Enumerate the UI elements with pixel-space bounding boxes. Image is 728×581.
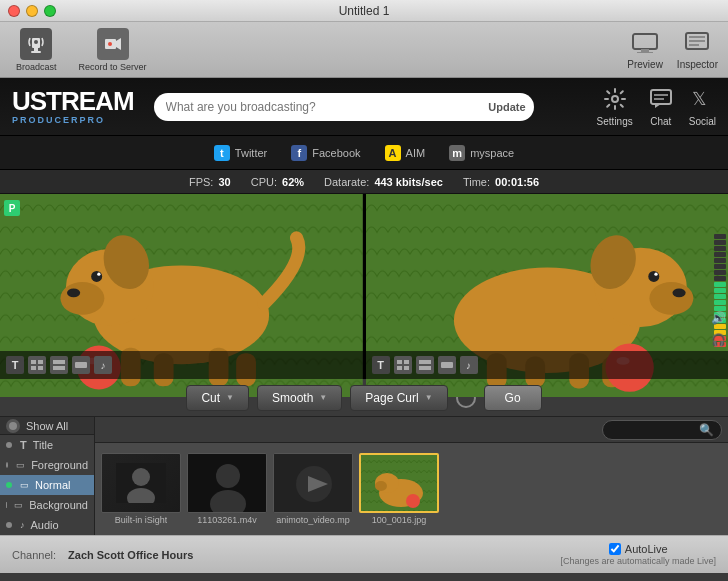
- record-button[interactable]: Record to Server: [73, 24, 153, 76]
- thumb-label-builtin: Built-in iSight: [115, 515, 168, 525]
- broadcast-input[interactable]: [154, 93, 534, 121]
- controls-strip-right: T ♪: [366, 351, 729, 379]
- svg-rect-39: [38, 366, 43, 370]
- thumb-img-animoto: [273, 453, 353, 513]
- svg-rect-37: [38, 360, 43, 364]
- show-all-icon: [6, 419, 20, 433]
- minimize-button[interactable]: [26, 5, 38, 17]
- layer-foreground-label: Foreground: [31, 459, 88, 471]
- view-btn-2-right[interactable]: [416, 356, 434, 374]
- autolive-checkbox[interactable]: AutoLive: [609, 543, 668, 555]
- cut-button[interactable]: Cut ▼: [186, 385, 249, 411]
- layer-panel: Show All T Title ▭ Foreground ▭ Normal ▭…: [0, 417, 95, 535]
- view-btn-3-left[interactable]: [72, 356, 90, 374]
- svg-point-66: [132, 468, 150, 486]
- svg-marker-5: [116, 38, 121, 50]
- search-icon: 🔍: [699, 423, 714, 437]
- aim-link[interactable]: A AIM: [385, 145, 426, 161]
- twitter-link[interactable]: t Twitter: [214, 145, 267, 161]
- layer-background-label: Background: [29, 499, 88, 511]
- speaker-icon[interactable]: 🔊: [711, 311, 726, 325]
- close-button[interactable]: [8, 5, 20, 17]
- record-icon: [97, 28, 129, 60]
- layer-title[interactable]: T Title: [0, 435, 94, 455]
- thumb-100-0016[interactable]: 100_0016.jpg: [359, 453, 439, 525]
- maximize-button[interactable]: [44, 5, 56, 17]
- thumb-label-100-0016: 100_0016.jpg: [372, 515, 427, 525]
- svg-point-14: [612, 96, 618, 102]
- content-area: 🔍 Built-in iSight: [95, 417, 728, 535]
- logo-text: USTREAM: [12, 88, 134, 114]
- thumb-builtin-isight[interactable]: Built-in iSight: [101, 453, 181, 525]
- preview-label: Preview: [627, 59, 663, 70]
- svg-rect-38: [31, 366, 36, 370]
- music-btn-left[interactable]: ♪: [94, 356, 112, 374]
- social-icon: 𝕏: [690, 87, 714, 114]
- text-tool-right[interactable]: T: [372, 356, 390, 374]
- bottom-panel: Show All T Title ▭ Foreground ▭ Normal ▭…: [0, 417, 728, 535]
- settings-button[interactable]: Settings: [597, 87, 633, 127]
- toolbar-right: Preview Inspector: [627, 29, 718, 70]
- social-button[interactable]: 𝕏 Social: [689, 87, 716, 127]
- view-btn-1-left[interactable]: [28, 356, 46, 374]
- page-curl-button[interactable]: Page Curl ▼: [350, 385, 447, 411]
- svg-point-69: [216, 464, 240, 488]
- thumb-img-builtin: [101, 453, 181, 513]
- music-btn-right[interactable]: ♪: [460, 356, 478, 374]
- view-btn-1-right[interactable]: [394, 356, 412, 374]
- layer-foreground[interactable]: ▭ Foreground: [0, 455, 94, 475]
- preview-button[interactable]: Preview: [627, 29, 663, 70]
- svg-point-79: [375, 481, 387, 491]
- header-right-buttons: Settings Chat 𝕏 Social: [597, 87, 716, 127]
- record-label: Record to Server: [79, 62, 147, 72]
- update-button[interactable]: Update: [488, 101, 525, 113]
- svg-point-48: [672, 288, 685, 297]
- layer-audio[interactable]: ♪ Audio: [0, 515, 94, 535]
- headphone-icon[interactable]: 🎧: [711, 333, 726, 347]
- thumb-label-animoto: animoto_video.mp: [276, 515, 350, 525]
- eye-normal: [6, 482, 12, 488]
- inspector-button[interactable]: Inspector: [677, 29, 718, 70]
- myspace-link[interactable]: m myspace: [449, 145, 514, 161]
- twitter-icon: t: [214, 145, 230, 161]
- broadcast-button[interactable]: Broadcast: [10, 24, 63, 76]
- chat-button[interactable]: Chat: [649, 87, 673, 127]
- video-left: P: [0, 194, 366, 379]
- chat-icon: [649, 87, 673, 114]
- svg-rect-9: [637, 52, 653, 53]
- svg-rect-8: [641, 49, 649, 52]
- autolive-label: AutoLive: [625, 543, 668, 555]
- svg-rect-60: [397, 366, 402, 370]
- svg-point-26: [67, 288, 80, 297]
- volume-meter: [714, 202, 726, 347]
- twitter-label: Twitter: [235, 147, 267, 159]
- content-search-bar: 🔍: [95, 417, 728, 443]
- svg-rect-15: [651, 90, 671, 104]
- svg-rect-59: [404, 360, 409, 364]
- thumb-label-11103261: 11103261.m4v: [197, 515, 257, 525]
- show-all-row: Show All: [0, 417, 94, 435]
- text-tool-left[interactable]: T: [6, 356, 24, 374]
- thumb-11103261[interactable]: 11103261.m4v: [187, 453, 267, 525]
- status-bar: Channel: Zach Scott Office Hours AutoLiv…: [0, 535, 728, 573]
- layer-normal[interactable]: ▭ Normal: [0, 475, 94, 495]
- layer-background[interactable]: ▭ Background: [0, 495, 94, 515]
- go-button[interactable]: Go: [484, 385, 542, 411]
- svg-rect-7: [633, 34, 657, 49]
- myspace-icon: m: [449, 145, 465, 161]
- autolive-check[interactable]: [609, 543, 621, 555]
- settings-icon: [603, 87, 627, 114]
- autolive-note: [Changes are automatically made Live]: [560, 556, 716, 566]
- facebook-link[interactable]: f Facebook: [291, 145, 360, 161]
- stats-bar: FPS: 30 CPU: 62% Datarate: 443 kbits/sec…: [0, 170, 728, 194]
- svg-rect-62: [419, 360, 431, 364]
- thumb-animoto[interactable]: animoto_video.mp: [273, 453, 353, 525]
- view-btn-3-right[interactable]: [438, 356, 456, 374]
- svg-point-50: [654, 273, 657, 276]
- show-all-label[interactable]: Show All: [26, 420, 68, 432]
- smooth-button[interactable]: Smooth ▼: [257, 385, 342, 411]
- layer-audio-label: Audio: [31, 519, 59, 531]
- video-area: P: [0, 194, 728, 379]
- view-btn-2-left[interactable]: [50, 356, 68, 374]
- svg-rect-40: [53, 360, 65, 364]
